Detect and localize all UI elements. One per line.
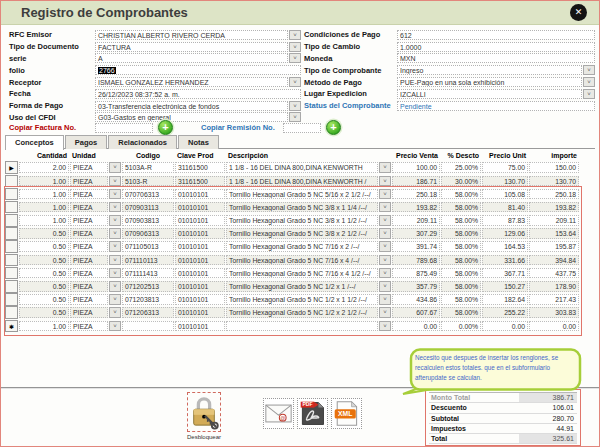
cell-importe[interactable]: 209.11 — [529, 215, 579, 226]
cell-precio-venta[interactable]: 0.00 — [392, 321, 440, 332]
export-pdf-button[interactable]: PDF — [297, 398, 328, 429]
cell-importe[interactable]: 178.90 — [529, 281, 579, 292]
cell-codigo[interactable]: 071203813 — [122, 294, 174, 305]
cell-codigo[interactable]: 071111413 — [122, 268, 174, 279]
cell-descto[interactable]: 58.00% — [441, 215, 481, 226]
cell-descripcion[interactable]: Tornillo Hexagonal Grado 5 NC 3/8 x 2 1/… — [226, 228, 378, 239]
cell-cantidad[interactable]: 0.50 — [19, 294, 69, 305]
cell-clave-prod[interactable]: 01010101 — [175, 281, 225, 292]
chevron-down-icon[interactable]: ˅ — [379, 228, 391, 239]
cell-precio-venta[interactable]: 307.29 — [392, 228, 440, 239]
cell-codigo[interactable]: 5103A-R — [122, 162, 174, 173]
row-selector[interactable] — [5, 240, 18, 253]
cell-cantidad[interactable]: 1.00 — [19, 189, 69, 200]
chevron-down-icon[interactable]: ˅ — [109, 215, 121, 226]
cell-descto[interactable]: 58.00% — [441, 268, 481, 279]
chevron-down-icon[interactable]: ˅ — [109, 255, 121, 266]
cell-descripcion[interactable]: Tornillo Hexagonal Grado 5 NC 7/16 x 4 1… — [226, 268, 378, 279]
cell-descripcion[interactable]: Tornillo Hexagonal Grado 5 NC 1/2 x 1 1/… — [226, 294, 378, 305]
row-selector[interactable] — [5, 306, 18, 319]
row-selector[interactable] — [5, 188, 18, 201]
cell-codigo[interactable]: 071202513 — [122, 281, 174, 292]
cell-importe[interactable]: 217.43 — [529, 294, 579, 305]
cell-precio-unit[interactable]: 75.00 — [482, 162, 528, 173]
cell-unidad[interactable]: PIEZA — [70, 321, 108, 332]
row-selector[interactable] — [5, 280, 18, 293]
row-selector[interactable] — [5, 227, 18, 240]
cell-codigo[interactable]: 070903813 — [122, 215, 174, 226]
chevron-down-icon[interactable]: ˅ — [379, 162, 391, 173]
cell-cantidad[interactable]: 1.00 — [19, 176, 69, 187]
cell-unidad[interactable]: PIEZA — [70, 255, 108, 266]
cell-unidad[interactable]: PIEZA — [70, 176, 108, 187]
cell-unidad[interactable]: PIEZA — [70, 268, 108, 279]
cell-precio-unit[interactable]: 164.53 — [482, 241, 528, 252]
cell-precio-unit[interactable]: 0.00 — [482, 321, 528, 332]
cell-cantidad[interactable]: 1.00 — [19, 215, 69, 226]
field-value[interactable]: 612 — [397, 30, 595, 40]
cell-clave-prod[interactable]: 01010101 — [175, 268, 225, 279]
cell-importe[interactable]: 193.82 — [529, 202, 579, 213]
chevron-down-icon[interactable]: ˅ — [583, 77, 595, 87]
field-value[interactable]: 26/12/2023 08:37:52 a. m. — [95, 89, 301, 99]
cell-precio-venta[interactable]: 391.74 — [392, 241, 440, 252]
cell-importe[interactable]: 150.00 — [529, 162, 579, 173]
cell-unidad[interactable]: PIEZA — [70, 215, 108, 226]
cell-codigo[interactable]: 071110113 — [122, 255, 174, 266]
row-selector[interactable] — [5, 254, 18, 267]
cell-precio-unit[interactable]: 255.22 — [482, 307, 528, 318]
cell-precio-venta[interactable]: 357.79 — [392, 281, 440, 292]
cell-descripcion[interactable]: Tornillo Hexagonal Grado 5 NC 1/2 x 1 /-… — [226, 281, 378, 292]
cell-codigo[interactable]: 070903113 — [122, 202, 174, 213]
cell-precio-venta[interactable]: 100.00 — [392, 162, 440, 173]
cell-unidad[interactable]: PIEZA — [70, 202, 108, 213]
cell-unidad[interactable]: PIEZA — [70, 241, 108, 252]
field-value[interactable]: FACTURA — [95, 42, 288, 52]
cell-descto[interactable]: 58.00% — [441, 228, 481, 239]
cell-codigo[interactable]: 070906313 — [122, 228, 174, 239]
cell-clave-prod[interactable]: 01010101 — [175, 228, 225, 239]
cell-precio-venta[interactable]: 434.86 — [392, 294, 440, 305]
send-email-button[interactable]: @ — [263, 398, 294, 429]
cell-clave-prod[interactable]: 01010101 — [175, 294, 225, 305]
chevron-down-icon[interactable]: ˅ — [379, 268, 391, 279]
field-value[interactable]: 03-Transferencia electrónica de fondos — [95, 101, 288, 111]
cell-clave-prod[interactable]: 31161500 — [175, 162, 225, 173]
cell-importe[interactable]: 250.18 — [529, 189, 579, 200]
cell-unidad[interactable]: PIEZA — [70, 228, 108, 239]
cell-codigo[interactable]: 071206313 — [122, 307, 174, 318]
cell-unidad[interactable]: PIEZA — [70, 281, 108, 292]
chevron-down-icon[interactable]: ˅ — [379, 281, 391, 292]
tab-notas[interactable]: Notas — [178, 135, 219, 149]
cell-descto[interactable]: 58.00% — [441, 294, 481, 305]
chevron-down-icon[interactable]: ˅ — [583, 89, 595, 99]
field-value[interactable]: IZCALLI — [397, 89, 582, 99]
field-value[interactable]: 2766 — [95, 65, 301, 75]
chevron-down-icon[interactable]: ˅ — [289, 101, 301, 111]
chevron-down-icon[interactable]: ˅ — [289, 53, 301, 63]
cell-importe[interactable]: 130.70 — [529, 176, 579, 187]
add-factura-button[interactable]: + — [158, 120, 173, 135]
tab-conceptos[interactable]: Conceptos — [5, 135, 64, 150]
cell-cantidad[interactable]: 0.50 — [19, 268, 69, 279]
cell-precio-unit[interactable]: 81.40 — [482, 202, 528, 213]
chevron-down-icon[interactable]: ˅ — [379, 321, 391, 332]
cell-precio-unit[interactable]: 331.66 — [482, 255, 528, 266]
chevron-down-icon[interactable]: ˅ — [109, 241, 121, 252]
chevron-down-icon[interactable]: ˅ — [109, 189, 121, 200]
cell-unidad[interactable]: PIEZA — [70, 294, 108, 305]
cell-importe[interactable]: 153.64 — [529, 228, 579, 239]
cell-importe[interactable]: 0.00 — [529, 321, 579, 332]
cell-precio-unit[interactable]: 105.08 — [482, 189, 528, 200]
cell-clave-prod[interactable]: 01010101 — [175, 241, 225, 252]
chevron-down-icon[interactable]: ˅ — [109, 202, 121, 213]
chevron-down-icon[interactable]: ˅ — [109, 162, 121, 173]
cell-descto[interactable]: 25.00% — [441, 162, 481, 173]
cell-unidad[interactable]: PIEZA — [70, 162, 108, 173]
cell-clave-prod[interactable]: 01010101 — [175, 321, 225, 332]
field-value[interactable]: A — [95, 53, 288, 63]
cell-descto[interactable]: 58.00% — [441, 307, 481, 318]
chevron-down-icon[interactable]: ˅ — [109, 228, 121, 239]
cell-clave-prod[interactable]: 01010101 — [175, 215, 225, 226]
cell-cantidad[interactable]: 0.50 — [19, 241, 69, 252]
